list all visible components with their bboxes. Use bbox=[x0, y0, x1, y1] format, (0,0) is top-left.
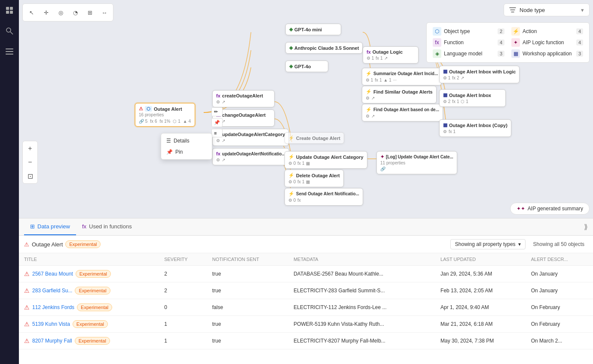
zoom-fit-button[interactable]: ⊡ bbox=[24, 170, 37, 182]
gpt4-mini-node[interactable]: ◈ GPT-4o mini bbox=[285, 24, 341, 35]
workshop-count: 3 bbox=[576, 51, 583, 57]
cell-notification: false bbox=[207, 299, 288, 316]
update-category-node[interactable]: fx updateOutageAlertCategory ⚙↗ bbox=[212, 129, 289, 146]
outage-logic-node[interactable]: fx Outage Logic ⚙ 1fx 1↗ bbox=[363, 46, 419, 64]
send-notif-action-node[interactable]: ⚡ Send Outage Alert Notificatio... ⚙ 0fx bbox=[284, 188, 363, 206]
edit-icon[interactable]: ✏ bbox=[211, 107, 223, 116]
legend-panel: ⬡ Object type 2 ⚡ Action 4 fx Function 4… bbox=[426, 22, 590, 63]
aip-icon: ✦ bbox=[511, 38, 520, 47]
language-label: Language model bbox=[444, 51, 482, 57]
table-area[interactable]: ⚠ Outage Alert Experimental Showing all … bbox=[19, 236, 593, 364]
cell-alert-desc: On January bbox=[526, 282, 593, 299]
pointer-tool-button[interactable]: ↖ bbox=[24, 6, 38, 19]
title-link[interactable]: 112 Jenkins Fords bbox=[32, 304, 74, 310]
table-row[interactable]: ⚠ 2567 Beau Mount Experimental 2 true DA… bbox=[19, 266, 593, 282]
summarize-node[interactable]: ⚡ Summarize Outage Alert Incid... ⚙ 1fx … bbox=[362, 68, 442, 85]
cell-last-updated: Jan 29, 2024, 5:36 AM bbox=[435, 266, 526, 282]
fx-icon: fx bbox=[82, 223, 86, 230]
legend-workshop: ▦ Workshop application 3 bbox=[511, 49, 583, 58]
row-badge: Experimental bbox=[77, 303, 112, 311]
bottom-panel: ⊞ Data preview fx Used in functions ⟫ ⚠ … bbox=[19, 218, 593, 364]
table-row[interactable]: ⚠ 283 Garfield Su... Experimental 2 true… bbox=[19, 282, 593, 299]
zoom-controls: + − ⊡ bbox=[22, 141, 38, 184]
cell-title: ⚠ 8207 Murphy Fall Experimental bbox=[19, 333, 159, 349]
aip-summary-button[interactable]: ✦✦ AIP generated summary bbox=[510, 203, 590, 215]
cell-notification: true bbox=[207, 333, 288, 349]
pin-canvas-icon[interactable]: 📌 bbox=[211, 118, 223, 127]
title-link[interactable]: 2567 Beau Mount bbox=[32, 271, 73, 277]
log-update-node[interactable]: ✦ [Log] Update Outage Alert Cate... 11 p… bbox=[376, 151, 457, 174]
target-tool-button[interactable]: ◎ bbox=[54, 6, 67, 19]
gpt4-node[interactable]: ◈ GPT-4o bbox=[285, 61, 328, 72]
menu-icon[interactable]: ≡ bbox=[211, 129, 223, 137]
title-link[interactable]: 283 Garfield Su... bbox=[32, 288, 72, 294]
table-row[interactable]: ⚠ 8207 Murphy Fall Experimental 1 true E… bbox=[19, 333, 593, 349]
update-notification-node[interactable]: fx updateOutageAlertNotificatio... ⚙↗ bbox=[212, 148, 289, 165]
row-warning-icon: ⚠ bbox=[24, 287, 30, 294]
inbox-copy-node[interactable]: ▦ Outage Alert Inbox (Copy) ⚙fx 1 bbox=[439, 119, 511, 137]
create-outage-alert-node[interactable]: fx createOutageAlert ⚙↗ bbox=[212, 90, 275, 107]
cell-alert-desc: On March 2... bbox=[526, 333, 593, 349]
row-badge: Experimental bbox=[73, 320, 108, 328]
context-details[interactable]: ☰ Details bbox=[161, 135, 212, 146]
pie-tool-button[interactable]: ◔ bbox=[68, 6, 82, 19]
svg-rect-6 bbox=[6, 49, 13, 49]
anthropic-node[interactable]: ◈ Anthropic Claude 3.5 Sonnet bbox=[285, 42, 363, 54]
find-similar-node[interactable]: ⚡ Find Similar Outage Alerts ⚙↗ bbox=[362, 86, 437, 103]
zoom-out-button[interactable]: − bbox=[24, 156, 37, 169]
table-row[interactable]: ⚠ 5139 Kuhn Vista Experimental 1 true PO… bbox=[19, 316, 593, 333]
row-badge: Experimental bbox=[75, 337, 110, 345]
node-type-label: Node type bbox=[520, 7, 545, 13]
table-header-row: TITLE SEVERITY NOTIFICATION SENT METADAT… bbox=[19, 253, 593, 266]
row-badge: Experimental bbox=[75, 287, 110, 294]
title-link[interactable]: 8207 Murphy Fall bbox=[32, 338, 72, 344]
chevron-down-icon: ▾ bbox=[581, 7, 584, 13]
cell-metadata: ELECTRICITY-8207 Murphy Fall-Melb... bbox=[288, 333, 435, 349]
used-in-functions-tab[interactable]: fx Used in functions bbox=[76, 218, 138, 235]
legend-aip: ✦ AIP Logic function 4 bbox=[511, 38, 583, 47]
function-count: 4 bbox=[498, 39, 504, 46]
zoom-in-button[interactable]: + bbox=[24, 142, 37, 155]
svg-rect-8 bbox=[6, 54, 13, 55]
cell-notification: true bbox=[207, 316, 288, 333]
property-type-filter-button[interactable]: Showing all property types ▾ bbox=[450, 239, 526, 249]
cell-title: ⚠ 112 Jenkins Fords Experimental bbox=[19, 299, 159, 316]
sidebar-icon-list[interactable] bbox=[3, 45, 16, 58]
col-alert-desc: ALERT DESCR... bbox=[526, 253, 593, 266]
cell-metadata: DATABASE-2567 Beau Mount-Kathle... bbox=[288, 266, 435, 282]
title-link[interactable]: 5139 Kuhn Vista bbox=[32, 321, 70, 327]
cell-severity: 2 bbox=[159, 266, 207, 282]
svg-rect-0 bbox=[6, 7, 9, 10]
grid-tool-button[interactable]: ⊞ bbox=[83, 6, 97, 19]
outage-alert-node[interactable]: ⚠ ⬡ Outage Alert 16 properties 🔗 5fx 6fx… bbox=[135, 103, 195, 127]
inbox-logic-node[interactable]: ▦ Outage Alert Inbox with Logic ⚙ 1fx 2↗ bbox=[439, 66, 520, 83]
row-warning-icon: ⚠ bbox=[24, 304, 30, 311]
table-row[interactable]: ⚠ 112 Jenkins Fords Experimental 0 false… bbox=[19, 299, 593, 316]
cell-severity: 1 bbox=[159, 333, 207, 349]
data-preview-tab[interactable]: ⊞ Data preview bbox=[24, 218, 76, 235]
data-table: TITLE SEVERITY NOTIFICATION SENT METADAT… bbox=[19, 253, 593, 349]
sidebar-icon-search[interactable] bbox=[3, 24, 16, 38]
node-type-selector[interactable]: Node type ▾ bbox=[504, 3, 590, 16]
main-area: ↖ ✛ ◎ ◔ ⊞ ↔ Node type ▾ ⬡ Object type 2 bbox=[19, 0, 593, 364]
create-outage-action-node[interactable]: ⚡ Create Outage Alert bbox=[284, 132, 344, 144]
update-cat-action-node[interactable]: ⚡ Update Outage Alert Category ⚙ 0fx 1▦ bbox=[284, 151, 367, 169]
collapse-panel-button[interactable]: ⟫ bbox=[584, 223, 588, 231]
delete-action-node[interactable]: ⚡ Delete Outage Alert ⚙ 0fx 1▦ bbox=[284, 170, 344, 187]
context-pin[interactable]: 📌 Pin bbox=[161, 146, 212, 158]
svg-rect-7 bbox=[6, 51, 13, 52]
svg-rect-3 bbox=[10, 11, 13, 14]
col-severity: SEVERITY bbox=[159, 253, 207, 266]
find-outage-node[interactable]: ⚡ Find Outage Alert based on de... ⚙↗ bbox=[362, 104, 443, 121]
object-badge: Experimental bbox=[65, 240, 101, 248]
object-type-count: 2 bbox=[498, 28, 504, 34]
chevron-down-filter-icon: ▾ bbox=[518, 241, 521, 247]
inbox-node[interactable]: ▦ Outage Alert Inbox ⚙ 2fx 1⬡ 1 bbox=[439, 89, 506, 107]
select-tool-button[interactable]: ✛ bbox=[39, 6, 53, 19]
arrow-tool-button[interactable]: ↔ bbox=[98, 6, 111, 19]
canvas-area[interactable]: ↖ ✛ ◎ ◔ ⊞ ↔ Node type ▾ ⬡ Object type 2 bbox=[19, 0, 593, 218]
row-warning-icon: ⚠ bbox=[24, 337, 30, 344]
sidebar-icon-grid[interactable] bbox=[3, 3, 16, 17]
svg-point-4 bbox=[6, 28, 11, 32]
showing-objects-label: Showing all 50 objects bbox=[530, 241, 588, 247]
